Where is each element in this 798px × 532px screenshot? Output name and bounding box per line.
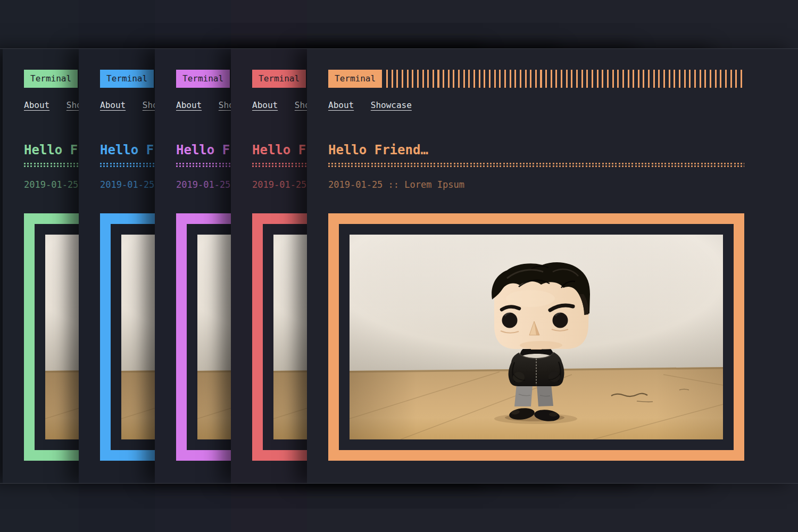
site-logo[interactable]: Terminal bbox=[252, 70, 306, 88]
panel-content: Terminal About Showcase Hello Friend… 20… bbox=[328, 48, 744, 483]
site-logo[interactable]: Terminal bbox=[328, 70, 382, 88]
viewport-bottom-divider bbox=[0, 483, 798, 484]
site-header: Terminal bbox=[328, 70, 744, 88]
theme-showcase-canvas: Terminal About Showcase Hello Friend… 20… bbox=[0, 0, 798, 532]
site-logo[interactable]: Terminal bbox=[176, 70, 230, 88]
post-image-frame bbox=[328, 213, 744, 461]
nav-link-showcase[interactable]: Showcase bbox=[371, 100, 412, 110]
theme-panel-orange: Terminal About Showcase Hello Friend… 20… bbox=[307, 48, 798, 483]
site-logo[interactable]: Terminal bbox=[100, 70, 154, 88]
post-photo bbox=[350, 235, 723, 439]
header-decoration-bars bbox=[386, 70, 744, 88]
post-title: Hello Friend… bbox=[328, 143, 428, 157]
nav-link-about[interactable]: About bbox=[328, 100, 354, 110]
nav-link-about[interactable]: About bbox=[176, 100, 202, 110]
nav-link-about[interactable]: About bbox=[100, 100, 126, 110]
site-logo[interactable]: Terminal bbox=[24, 70, 78, 88]
title-underline-dots bbox=[328, 163, 744, 167]
main-nav: About Showcase bbox=[328, 100, 423, 110]
viewport-top-divider bbox=[0, 48, 798, 49]
nav-link-about[interactable]: About bbox=[24, 100, 49, 110]
nav-link-about[interactable]: About bbox=[252, 100, 278, 110]
post-meta: 2019-01-25 :: Lorem Ipsum bbox=[328, 179, 464, 190]
